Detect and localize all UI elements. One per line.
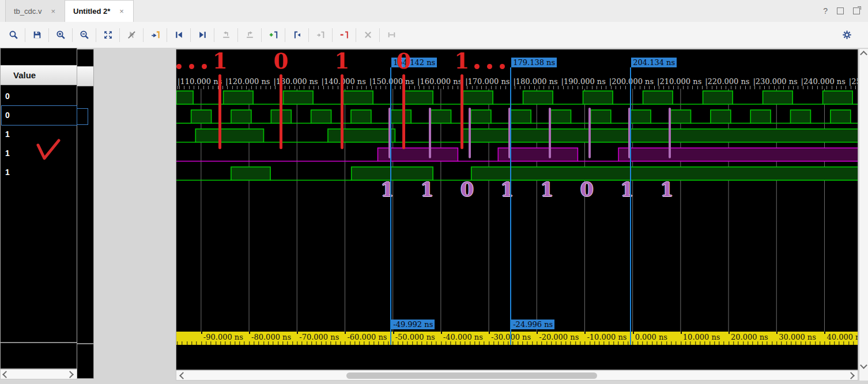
- yellow-ruler-notch: [297, 332, 298, 334]
- yellow-ruler-label: -40.000 ns: [443, 333, 483, 341]
- violet-sample-digit: 0: [580, 178, 593, 201]
- yellow-ruler-label: -20.000 ns: [539, 333, 579, 341]
- selection-outline: [1, 105, 77, 126]
- delete-button[interactable]: [359, 26, 376, 44]
- add-marker-button[interactable]: [265, 26, 282, 44]
- red-sample-mark: [402, 74, 405, 149]
- yellow-ruler-notch: [441, 332, 442, 334]
- signal-value-dest_safe[interactable]: 1: [1, 144, 77, 163]
- floating-yellow-ruler[interactable]: -90.000 ns-80.000 ns-70.000 ns-60.000 ns…: [176, 332, 858, 345]
- scroll-down-icon[interactable]: [860, 362, 867, 369]
- toolbar-separator: [308, 28, 309, 42]
- red-sample-mark: [341, 74, 344, 149]
- tab-label: Untitled 2*: [73, 7, 110, 16]
- yellow-ruler-notch: [345, 332, 346, 334]
- signal-value-panel: Value 00111: [0, 48, 77, 379]
- yellow-ruler-label: 30.000 ns: [779, 333, 816, 341]
- violet-sample-mark: [588, 108, 591, 158]
- red-sample-digit: 0: [273, 49, 289, 74]
- time-cursor-line[interactable]: [510, 67, 511, 345]
- value-horizontal-scrollbar[interactable]: [0, 369, 77, 379]
- yellow-ruler-label: -60.000 ns: [347, 333, 387, 341]
- help-icon[interactable]: ?: [823, 6, 828, 16]
- scrollbar-thumb[interactable]: [346, 372, 597, 379]
- tab-bar: tb_cdc.v × Untitled 2* × ?: [0, 0, 868, 22]
- yellow-ruler-label: -90.000 ns: [203, 333, 243, 341]
- tab-untitled-2[interactable]: Untitled 2* ×: [65, 0, 134, 22]
- settings-gear-icon[interactable]: [838, 26, 855, 44]
- close-icon[interactable]: ×: [118, 7, 125, 16]
- zoom-in-button[interactable]: [52, 26, 69, 44]
- swap-cursor-button[interactable]: [383, 26, 400, 44]
- yellow-ruler-notch: [584, 332, 586, 334]
- scroll-left-icon[interactable]: [2, 371, 10, 378]
- wave-panel[interactable]: |110.000 ns|120.000 ns|130.000 ns|140.00…: [176, 49, 858, 370]
- yellow-ruler-notch: [489, 332, 490, 334]
- next-marker-button[interactable]: [312, 26, 329, 44]
- yellow-ruler-label: -10.000 ns: [587, 333, 627, 341]
- maximize-icon[interactable]: [837, 7, 844, 14]
- toolbar-separator: [214, 28, 214, 42]
- signal-value-src_clk[interactable]: 0: [1, 87, 77, 106]
- toolbar-separator: [356, 28, 356, 42]
- violet-sample-mark: [429, 108, 431, 158]
- toolbar-separator: [379, 28, 380, 42]
- yellow-ruler-notch: [633, 332, 634, 334]
- violet-sample-digit: 1: [541, 178, 553, 201]
- delete-marker-button[interactable]: [335, 26, 353, 44]
- red-sample-mark: [461, 74, 463, 149]
- toolbar-separator: [72, 28, 73, 42]
- toolbar-separator: [25, 28, 25, 42]
- waveform-viewer-window: tb_cdc.v × Untitled 2* × ? Name src_clkd…: [0, 0, 868, 384]
- cursor-delta-label: -24.996 ns: [511, 320, 554, 329]
- toolbar-separator: [48, 28, 49, 42]
- previous-transition-button[interactable]: [217, 26, 235, 44]
- toolbar-separator: [119, 28, 120, 42]
- find-button[interactable]: [5, 26, 22, 44]
- yellow-ruler-notch: [729, 332, 730, 334]
- zoom-out-button[interactable]: [76, 26, 93, 44]
- wave-vertical-scrollbar[interactable]: [859, 49, 868, 381]
- go-to-time-0-button[interactable]: [170, 26, 187, 44]
- value-column-header: Value: [1, 65, 77, 85]
- deselect-all-button[interactable]: [123, 26, 140, 44]
- red-sample-mark: [218, 74, 221, 149]
- close-icon[interactable]: ×: [50, 7, 56, 16]
- signal-value-src_in[interactable]: 1: [1, 125, 77, 144]
- previous-marker-button[interactable]: [288, 26, 305, 44]
- time-cursor-line[interactable]: [390, 67, 391, 345]
- yellow-ruler-label: 40.000 ns: [827, 333, 858, 341]
- violet-sample-mark: [469, 108, 471, 158]
- save-waveform-button[interactable]: [28, 26, 46, 44]
- go-to-time-button[interactable]: [146, 26, 164, 44]
- tab-tb-cdc-v[interactable]: tb_cdc.v ×: [5, 0, 65, 22]
- yellow-ruler-label: -70.000 ns: [299, 333, 339, 341]
- scroll-right-icon[interactable]: [66, 371, 74, 378]
- cursor-time-label[interactable]: 204.134 ns: [631, 58, 677, 67]
- yellow-ruler-label: 20.000 ns: [731, 333, 768, 341]
- scroll-up-icon[interactable]: [860, 51, 867, 58]
- red-ellipsis-dot: [202, 64, 207, 69]
- signal-value-dest_naive[interactable]: 1: [1, 163, 77, 182]
- toolbar-separator: [167, 28, 167, 42]
- yellow-ruler-notch: [824, 332, 825, 334]
- yellow-ruler-label: 10.000 ns: [683, 333, 720, 341]
- violet-sample-digit: 0: [461, 178, 473, 201]
- yellow-ruler-notch: [249, 332, 250, 334]
- next-transition-button[interactable]: [241, 26, 258, 44]
- go-to-last-time-button[interactable]: [194, 26, 211, 44]
- scroll-left-icon[interactable]: [179, 372, 187, 379]
- red-sample-digit: 1: [454, 49, 470, 74]
- red-sample-digit: 1: [212, 49, 228, 74]
- red-ellipsis-dot: [189, 64, 194, 69]
- red-sample-digit: 1: [334, 49, 350, 74]
- cursor-time-label[interactable]: 179.138 ns: [511, 58, 557, 67]
- wave-horizontal-scrollbar[interactable]: [176, 370, 858, 381]
- zoom-fit-button[interactable]: [99, 26, 116, 44]
- toolbar-separator: [190, 28, 191, 42]
- toolbar-separator: [143, 28, 144, 42]
- float-window-icon[interactable]: [853, 7, 860, 14]
- violet-sample-mark: [549, 108, 551, 158]
- scroll-right-icon[interactable]: [847, 372, 855, 379]
- time-cursor-line[interactable]: [630, 67, 631, 345]
